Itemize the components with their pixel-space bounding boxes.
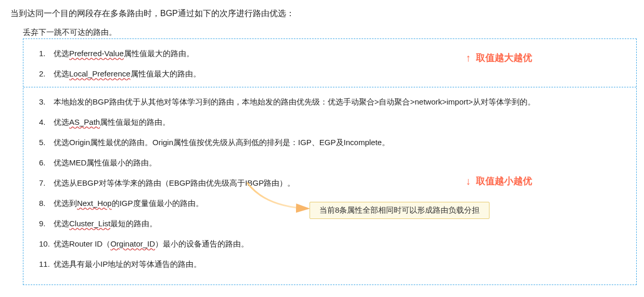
item-num: 11. — [39, 257, 54, 271]
callout-box: 当前8条属性全部相同时可以形成路由负载分担 — [310, 202, 490, 219]
item-text: 优选从EBGP对等体学来的路由（EBGP路由优先级高于IBGP路由）。 — [54, 176, 295, 190]
arrow-up-icon: ↑ — [466, 52, 471, 64]
item-num: 4. — [39, 115, 54, 129]
list-item: 4. 优选AS_Path属性值最短的路由。 — [23, 112, 636, 132]
item-text: 优选Local_Preference属性值最大的路由。 — [54, 67, 201, 81]
item-text: 优选MED属性值最小的路由。 — [54, 156, 157, 170]
item-text: 优选Origin属性最优的路由。Origin属性值按优先级从高到低的排列是：IG… — [54, 135, 390, 149]
item-num: 10. — [39, 237, 54, 251]
list-item: 7. 优选从EBGP对等体学来的路由（EBGP路由优先级高于IBGP路由）。 — [23, 173, 636, 193]
item-num: 5. — [39, 135, 54, 149]
annotation-lower-better: ↓ 取值越小越优 — [466, 175, 532, 187]
annotation-text: 取值越小越优 — [476, 175, 532, 187]
item-num: 2. — [39, 67, 54, 81]
list-item: 3. 本地始发的BGP路由优于从其他对等体学习到的路由，本地始发的路由优先级：优… — [23, 92, 636, 112]
item-text: 优选Router ID（Orginator_ID）最小的设备通告的路由。 — [54, 237, 249, 251]
item-text: 优选AS_Path属性值最短的路由。 — [54, 115, 170, 129]
discard-line: 丢弃下一跳不可达的路由。 — [23, 28, 634, 37]
rules-container: 1. 优选Preferred-Value属性值最大的路由。 2. 优选Local… — [23, 38, 637, 285]
item-text: 优选具有最小IP地址的对等体通告的路由。 — [54, 257, 201, 271]
item-text: 优选Cluster_List最短的路由。 — [54, 216, 157, 230]
top-group: 1. 优选Preferred-Value属性值最大的路由。 2. 优选Local… — [23, 39, 636, 87]
item-num: 8. — [39, 196, 54, 210]
list-item: 2. 优选Local_Preference属性值最大的路由。 — [23, 63, 636, 84]
annotation-text: 取值越大越优 — [476, 51, 532, 64]
item-text: 本地始发的BGP路由优于从其他对等体学习到的路由，本地始发的路由优先级：优选手动… — [54, 95, 535, 109]
list-item: 11. 优选具有最小IP地址的对等体通告的路由。 — [23, 254, 636, 274]
item-text: 优选Preferred-Value属性值最大的路由。 — [54, 46, 194, 60]
arrow-down-icon: ↓ — [466, 175, 471, 187]
item-num: 1. — [39, 46, 54, 60]
list-item: 10. 优选Router ID（Orginator_ID）最小的设备通告的路由。 — [23, 234, 636, 254]
annotation-higher-better: ↑ 取值越大越优 — [466, 51, 532, 64]
bottom-group: 3. 本地始发的BGP路由优于从其他对等体学习到的路由，本地始发的路由优先级：优… — [23, 87, 636, 285]
list-item: 6. 优选MED属性值最小的路由。 — [23, 152, 636, 173]
page-title: 当到达同一个目的网段存在多条路由时，BGP通过如下的次序进行路由优选： — [10, 8, 634, 19]
item-num: 6. — [39, 156, 54, 170]
item-num: 7. — [39, 176, 54, 190]
item-text: 优选到Next_Hop的IGP度量值最小的路由。 — [54, 196, 203, 210]
item-num: 9. — [39, 216, 54, 230]
item-num: 3. — [39, 95, 54, 109]
list-item: 5. 优选Origin属性最优的路由。Origin属性值按优先级从高到低的排列是… — [23, 132, 636, 152]
list-item: 1. 优选Preferred-Value属性值最大的路由。 — [23, 43, 636, 63]
